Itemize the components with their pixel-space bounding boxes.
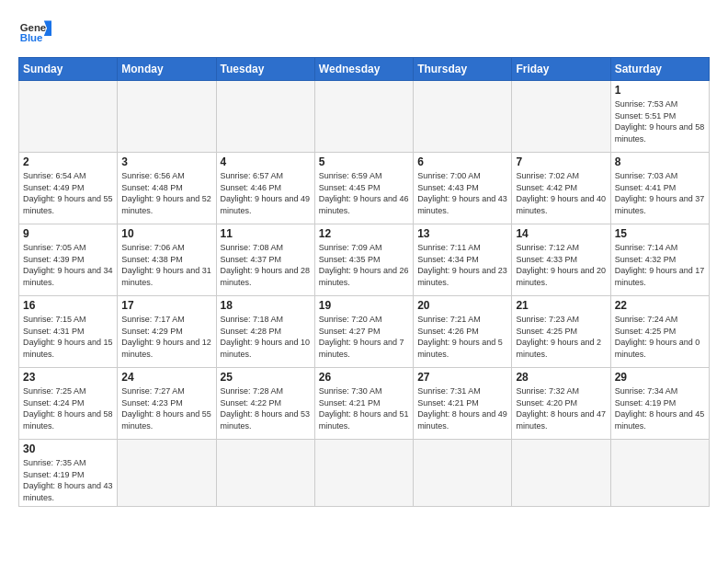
calendar-week-row: 23Sunrise: 7:25 AM Sunset: 4:24 PM Dayli… (19, 368, 710, 440)
day-info: Sunrise: 7:53 AM Sunset: 5:51 PM Dayligh… (615, 98, 705, 144)
weekday-header-row: SundayMondayTuesdayWednesdayThursdayFrid… (19, 58, 710, 81)
day-number: 21 (516, 299, 606, 312)
day-info: Sunrise: 7:27 AM Sunset: 4:23 PM Dayligh… (121, 385, 211, 431)
calendar-cell (414, 81, 512, 153)
day-number: 25 (221, 371, 311, 384)
day-number: 1 (615, 84, 705, 97)
calendar-cell (610, 440, 709, 507)
day-info: Sunrise: 7:21 AM Sunset: 4:26 PM Dayligh… (417, 314, 507, 360)
calendar-cell: 28Sunrise: 7:32 AM Sunset: 4:20 PM Dayli… (512, 368, 610, 440)
generalblue-logo-icon: General Blue (18, 15, 51, 48)
day-info: Sunrise: 7:15 AM Sunset: 4:31 PM Dayligh… (23, 314, 113, 360)
weekday-header-thursday: Thursday (414, 58, 512, 81)
calendar-cell: 26Sunrise: 7:30 AM Sunset: 4:21 PM Dayli… (314, 368, 413, 440)
day-info: Sunrise: 7:28 AM Sunset: 4:22 PM Dayligh… (221, 385, 311, 431)
day-number: 11 (221, 227, 311, 240)
day-number: 13 (417, 227, 507, 240)
day-number: 26 (319, 371, 409, 384)
calendar-week-row: 2Sunrise: 6:54 AM Sunset: 4:49 PM Daylig… (19, 153, 710, 224)
weekday-header-saturday: Saturday (610, 58, 709, 81)
day-info: Sunrise: 6:56 AM Sunset: 4:48 PM Dayligh… (121, 170, 211, 216)
calendar-cell: 21Sunrise: 7:23 AM Sunset: 4:25 PM Dayli… (512, 296, 610, 368)
calendar-cell (314, 440, 413, 507)
calendar-cell: 24Sunrise: 7:27 AM Sunset: 4:23 PM Dayli… (118, 368, 216, 440)
day-info: Sunrise: 7:03 AM Sunset: 4:41 PM Dayligh… (615, 170, 705, 216)
day-info: Sunrise: 7:18 AM Sunset: 4:28 PM Dayligh… (221, 314, 311, 360)
calendar-cell: 27Sunrise: 7:31 AM Sunset: 4:21 PM Dayli… (414, 368, 512, 440)
day-number: 20 (417, 299, 507, 312)
day-info: Sunrise: 7:32 AM Sunset: 4:20 PM Dayligh… (516, 385, 606, 431)
day-number: 15 (615, 227, 705, 240)
calendar-cell (216, 440, 314, 507)
day-number: 29 (615, 371, 705, 384)
logo: General Blue (18, 15, 51, 48)
calendar-cell: 10Sunrise: 7:06 AM Sunset: 4:38 PM Dayli… (118, 224, 216, 296)
calendar-cell: 16Sunrise: 7:15 AM Sunset: 4:31 PM Dayli… (19, 296, 118, 368)
day-number: 2 (23, 155, 113, 168)
day-info: Sunrise: 6:54 AM Sunset: 4:49 PM Dayligh… (23, 170, 113, 216)
day-number: 24 (121, 371, 211, 384)
page: General Blue SundayMondayTuesdayWednesda… (0, 0, 728, 516)
calendar-cell: 17Sunrise: 7:17 AM Sunset: 4:29 PM Dayli… (118, 296, 216, 368)
day-info: Sunrise: 7:08 AM Sunset: 4:37 PM Dayligh… (221, 242, 311, 288)
calendar-cell: 18Sunrise: 7:18 AM Sunset: 4:28 PM Dayli… (216, 296, 314, 368)
calendar-cell (414, 440, 512, 507)
day-number: 5 (319, 155, 409, 168)
day-number: 22 (615, 299, 705, 312)
calendar-cell: 8Sunrise: 7:03 AM Sunset: 4:41 PM Daylig… (610, 153, 709, 224)
day-number: 27 (417, 371, 507, 384)
calendar-week-row: 16Sunrise: 7:15 AM Sunset: 4:31 PM Dayli… (19, 296, 710, 368)
calendar-cell: 9Sunrise: 7:05 AM Sunset: 4:39 PM Daylig… (19, 224, 118, 296)
calendar-cell: 22Sunrise: 7:24 AM Sunset: 4:25 PM Dayli… (610, 296, 709, 368)
day-info: Sunrise: 7:31 AM Sunset: 4:21 PM Dayligh… (417, 385, 507, 431)
day-number: 10 (121, 227, 211, 240)
day-info: Sunrise: 7:20 AM Sunset: 4:27 PM Dayligh… (319, 314, 409, 360)
day-number: 4 (221, 155, 311, 168)
day-info: Sunrise: 7:11 AM Sunset: 4:34 PM Dayligh… (417, 242, 507, 288)
calendar-cell: 25Sunrise: 7:28 AM Sunset: 4:22 PM Dayli… (216, 368, 314, 440)
weekday-header-friday: Friday (512, 58, 610, 81)
calendar-cell: 14Sunrise: 7:12 AM Sunset: 4:33 PM Dayli… (512, 224, 610, 296)
calendar-cell: 13Sunrise: 7:11 AM Sunset: 4:34 PM Dayli… (414, 224, 512, 296)
calendar-cell: 12Sunrise: 7:09 AM Sunset: 4:35 PM Dayli… (314, 224, 413, 296)
calendar-cell: 2Sunrise: 6:54 AM Sunset: 4:49 PM Daylig… (19, 153, 118, 224)
calendar-table: SundayMondayTuesdayWednesdayThursdayFrid… (18, 57, 710, 507)
day-number: 3 (121, 155, 211, 168)
day-info: Sunrise: 7:12 AM Sunset: 4:33 PM Dayligh… (516, 242, 606, 288)
calendar-cell (118, 440, 216, 507)
calendar-cell: 5Sunrise: 6:59 AM Sunset: 4:45 PM Daylig… (314, 153, 413, 224)
day-info: Sunrise: 6:59 AM Sunset: 4:45 PM Dayligh… (319, 170, 409, 216)
day-number: 8 (615, 155, 705, 168)
day-number: 6 (417, 155, 507, 168)
weekday-header-tuesday: Tuesday (216, 58, 314, 81)
day-number: 28 (516, 371, 606, 384)
day-number: 9 (23, 227, 113, 240)
day-info: Sunrise: 7:17 AM Sunset: 4:29 PM Dayligh… (121, 314, 211, 360)
day-info: Sunrise: 7:23 AM Sunset: 4:25 PM Dayligh… (516, 314, 606, 360)
calendar-cell (512, 81, 610, 153)
weekday-header-monday: Monday (118, 58, 216, 81)
calendar-week-row: 9Sunrise: 7:05 AM Sunset: 4:39 PM Daylig… (19, 224, 710, 296)
day-number: 12 (319, 227, 409, 240)
calendar-cell (19, 81, 118, 153)
day-info: Sunrise: 7:14 AM Sunset: 4:32 PM Dayligh… (615, 242, 705, 288)
day-number: 23 (23, 371, 113, 384)
day-info: Sunrise: 7:00 AM Sunset: 4:43 PM Dayligh… (417, 170, 507, 216)
day-info: Sunrise: 7:34 AM Sunset: 4:19 PM Dayligh… (615, 385, 705, 431)
day-info: Sunrise: 7:30 AM Sunset: 4:21 PM Dayligh… (319, 385, 409, 431)
day-info: Sunrise: 6:57 AM Sunset: 4:46 PM Dayligh… (221, 170, 311, 216)
day-info: Sunrise: 7:35 AM Sunset: 4:19 PM Dayligh… (23, 457, 113, 503)
calendar-cell: 1Sunrise: 7:53 AM Sunset: 5:51 PM Daylig… (610, 81, 709, 153)
day-number: 14 (516, 227, 606, 240)
calendar-cell (118, 81, 216, 153)
day-info: Sunrise: 7:05 AM Sunset: 4:39 PM Dayligh… (23, 242, 113, 288)
day-info: Sunrise: 7:25 AM Sunset: 4:24 PM Dayligh… (23, 385, 113, 431)
calendar-week-row: 1Sunrise: 7:53 AM Sunset: 5:51 PM Daylig… (19, 81, 710, 153)
calendar-cell: 20Sunrise: 7:21 AM Sunset: 4:26 PM Dayli… (414, 296, 512, 368)
day-info: Sunrise: 7:06 AM Sunset: 4:38 PM Dayligh… (121, 242, 211, 288)
day-info: Sunrise: 7:02 AM Sunset: 4:42 PM Dayligh… (516, 170, 606, 216)
day-info: Sunrise: 7:24 AM Sunset: 4:25 PM Dayligh… (615, 314, 705, 360)
calendar-cell: 23Sunrise: 7:25 AM Sunset: 4:24 PM Dayli… (19, 368, 118, 440)
calendar-cell: 6Sunrise: 7:00 AM Sunset: 4:43 PM Daylig… (414, 153, 512, 224)
svg-text:Blue: Blue (20, 32, 43, 43)
